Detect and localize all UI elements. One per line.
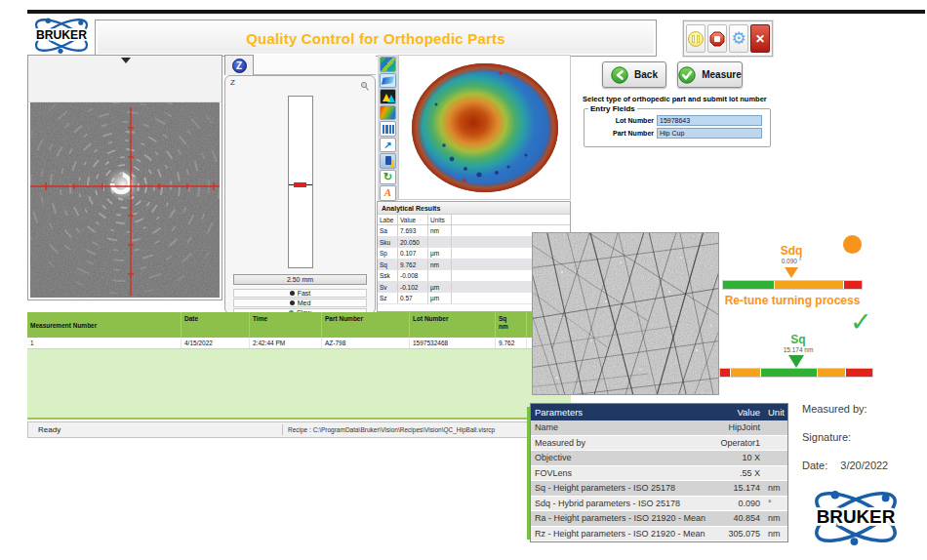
table-cell: 10 X [716,451,764,465]
close-button[interactable]: ✕ [750,24,770,53]
entry-fields-group: Entry Fields Lot Number Part Number [584,104,771,147]
table-cell: Operator1 [716,436,764,451]
table-row[interactable]: Ra - Height parameters - ISO 21920 - Mea… [531,511,787,527]
z-slider-track[interactable] [288,96,313,268]
table-cell: µm [428,293,452,303]
sync-icon[interactable] [380,170,396,185]
table-row[interactable]: Sdq - Hybrid parameters - ISO 251780.090… [531,497,787,512]
table-cell: 40.854 [716,511,764,526]
analytical-results-title: Analytical Results [378,202,570,215]
part-number-input[interactable] [657,128,762,139]
collapse-chevron-icon[interactable] [121,58,131,63]
radio-icon [290,300,295,305]
measure-button[interactable]: Measure [677,61,743,88]
table-cell [428,270,452,281]
view-toolbar [378,55,398,209]
table-cell: 9.762 [496,338,527,348]
table-row[interactable]: Sq - Height parameters - ISO 2517815.174… [531,481,787,497]
table-row[interactable]: 14/15/20222:42:44 PMAZ-79815975324689.76… [27,338,571,349]
pause-icon [688,31,704,47]
table-row[interactable]: NameHipJoint [531,420,787,436]
z-slider-handle[interactable] [294,182,306,187]
measurement-rows: 14/15/20222:42:44 PMAZ-79815975324689.76… [27,338,571,349]
table-cell: 0.107 [398,248,428,259]
settings-button[interactable]: ⚙ [729,24,748,53]
speed-option-fast[interactable]: Fast [233,289,367,298]
measurement-table-header: Measurement Number Date Time Part Number… [27,312,571,338]
z-stage-body: Z 2.50 mm FastMedSlow [224,75,376,314]
table-row[interactable]: FOVLens.55 X [531,466,787,482]
table-cell: Sq [378,260,398,270]
interferometer-live-image[interactable] [30,102,220,298]
table-cell: 1 [27,338,181,348]
bruker-logo: BRUKER [29,15,94,56]
lot-number-input[interactable] [657,115,762,126]
pin-icon[interactable] [359,78,370,89]
table-cell: nm [428,260,452,270]
page-title: Quality Control for Orthopedic Parts [246,30,505,47]
application-window: BRUKER Quality Control for Orthopedic Pa… [0,0,927,560]
analytical-results-header: Labe Value Units [378,215,570,225]
table-cell: Sv [378,282,398,293]
multi-image-icon[interactable] [380,105,396,121]
measured-by-label: Measured by: [802,403,888,415]
table-cell: 0.57 [398,293,428,303]
window-top-edge [27,10,925,14]
gear-icon: ⚙ [731,30,746,47]
date-label: Date: [802,460,827,471]
peaks-icon[interactable] [380,89,396,104]
table-cell [764,436,787,451]
surface-height-map[interactable] [411,61,559,194]
table-cell: Sa [378,225,398,236]
z-panel-label: Z [230,78,235,87]
z-tab[interactable]: Z [224,55,254,75]
check-circle-icon [678,66,696,84]
entry-fields-legend: Entry Fields [588,104,637,113]
table-row[interactable]: Measured byOperator1 [531,436,787,452]
table-cell: FOVLens [531,466,716,481]
table-cell: µm [428,282,452,293]
surface-map-icon[interactable] [380,57,396,72]
speed-label: Fast [298,290,311,297]
column-header: Units [428,215,452,224]
retune-message: Re-tune turning process [713,294,871,307]
speed-option-med[interactable]: Med [233,299,367,307]
table-row[interactable]: Rz - Height parameters - ISO 21920 - Mea… [531,527,787,542]
analysis-icon[interactable] [380,185,396,201]
z-slider-marker[interactable] [289,184,312,185]
table-cell: ° [764,497,787,511]
part-number-row: Part Number [584,128,762,139]
stop-button[interactable] [707,24,727,53]
sq-marker-triangle-icon [788,355,804,368]
table-cell: 305.075 [716,527,764,541]
instrument-icon[interactable] [380,153,396,169]
recipe-path: Recipe : C:\ProgramData\Bruker\Vision\Re… [288,422,526,437]
bar-segment [761,369,818,377]
parameters-table-header: Parameters Value Unit [531,404,787,420]
measurement-history-table: Measurement Number Date Time Part Number… [27,312,571,420]
pause-button[interactable] [686,24,705,53]
back-button[interactable]: Back [602,61,666,88]
export-image-icon[interactable] [380,138,396,153]
histogram-icon[interactable] [380,121,396,137]
table-empty-area [27,349,571,420]
table-row[interactable]: Objective10 X [531,451,787,466]
3d-surface-icon[interactable] [380,73,396,89]
signature-block: Measured by: Signature: Date:3/20/2022 [802,403,888,488]
table-cell: 20.050 [398,237,428,248]
instruction-text: Select type of orthopedic part and submi… [583,95,778,103]
sq-value: 15.174 nm [769,346,827,353]
sdq-marker-triangle-icon [785,267,798,278]
z-stage-panel: Z Z 2.50 mm FastMedSlow [224,55,376,314]
signature-label: Signature: [802,431,888,443]
bar-segment [846,369,872,377]
speed-label: Med [298,300,311,306]
column-header: Sq nm [496,312,527,338]
part-number-label: Part Number [613,130,654,137]
z-range-display: 2.50 mm [233,274,367,285]
table-cell [428,237,452,248]
column-header: Parameters [531,404,716,420]
bar-segment [775,281,844,289]
surface-texture-image[interactable] [532,232,719,395]
stop-icon [709,31,725,47]
